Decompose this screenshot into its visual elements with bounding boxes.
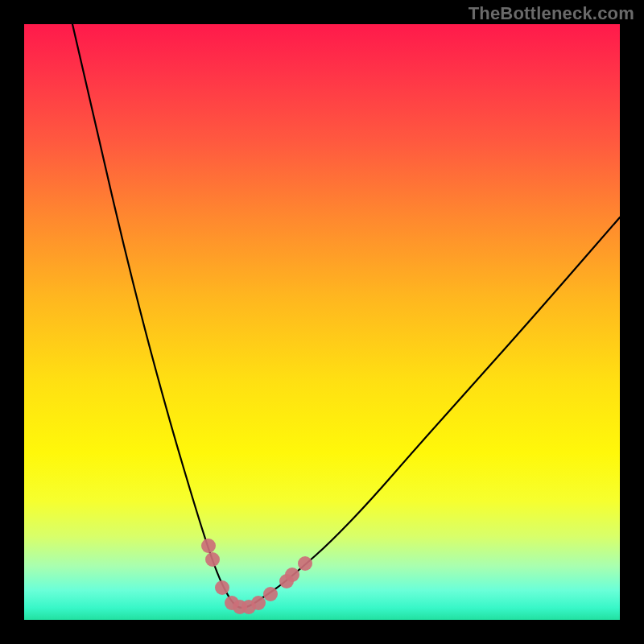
marker-dot [298, 556, 312, 571]
chart-frame: TheBottleneck.com [0, 0, 644, 644]
marker-dot [201, 539, 216, 553]
chart-svg [24, 24, 620, 620]
marker-dot [263, 587, 278, 601]
marker-dot [205, 552, 220, 567]
marker-dot [215, 580, 229, 595]
marker-dot [285, 568, 299, 582]
marker-dot [251, 596, 266, 610]
curve-path [72, 24, 620, 608]
watermark-text: TheBottleneck.com [469, 3, 634, 24]
